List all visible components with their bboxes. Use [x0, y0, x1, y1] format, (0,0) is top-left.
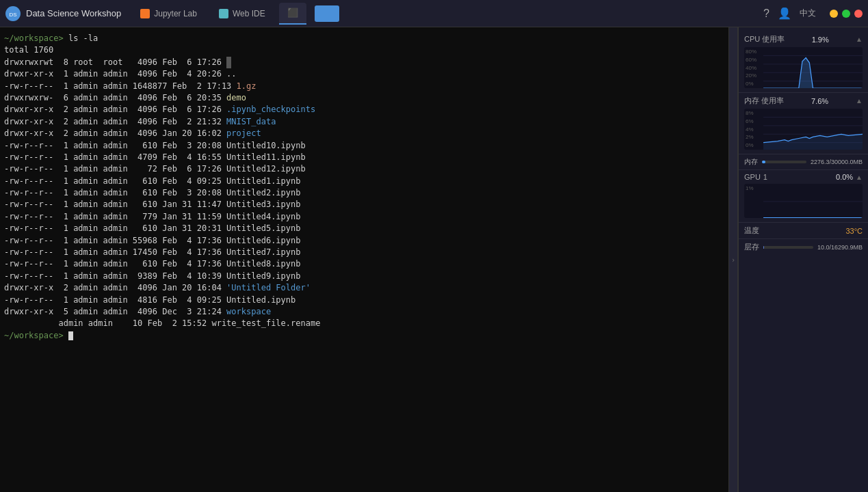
mem-label-0: 0%: [746, 142, 762, 148]
term-line: -rw-r--r-- 1 admin admin 9389 Feb 4 10:3…: [4, 271, 724, 282]
memory-bar-container: [762, 161, 806, 163]
right-panel: CPU 使用率 1.9% ▲ 80% 60% 40% 20% 0%: [738, 27, 868, 492]
memory-chart: 8% 6% 4% 2% 0%: [744, 109, 863, 150]
term-line: drwxr-xr-x 2 admin admin 4096 Jan 20 16:…: [4, 128, 724, 139]
gpu-chart-svg: [763, 184, 863, 218]
temperature-row: 温度 33°C: [739, 223, 868, 239]
gpu-section: GPU 1 0.0% ▲ 1%: [739, 170, 868, 223]
terminal-icon: ⬛: [287, 8, 298, 18]
disk-value: 10.0/16290.9MB: [817, 244, 863, 251]
maximize-button[interactable]: [842, 10, 850, 18]
svg-text:DS: DS: [9, 12, 16, 18]
cpu-title: CPU 使用率: [744, 34, 785, 44]
jupyter-icon: [140, 9, 150, 18]
temperature-value: 33°C: [845, 227, 863, 235]
mem-label-4: 4%: [746, 126, 762, 133]
tab-jupyter-label: Jupyter Lab: [154, 9, 197, 18]
cpu-label-80: 80%: [746, 49, 762, 55]
term-line: -rw-r--r-- 1 admin admin 4816 Feb 4 09:2…: [4, 295, 724, 306]
svg-marker-6: [763, 58, 863, 88]
cpu-label-60: 60%: [746, 57, 762, 63]
memory-title: 内存 使用率: [744, 96, 784, 106]
tab-webide[interactable]: Web IDE: [211, 3, 274, 25]
gpu-chart-labels: 1%: [744, 184, 763, 218]
minimize-button[interactable]: [830, 10, 838, 18]
term-line: drwxr-xr-x 5 admin admin 4096 Dec 3 21:2…: [4, 306, 724, 318]
mem-label-2: 2%: [746, 134, 762, 140]
term-line: drwxr-xr-x 2 admin admin 4096 Jan 20 16:…: [4, 282, 724, 294]
term-line: total 1760: [4, 44, 724, 56]
term-line: -rw-r--r-- 1 admin admin 610 Feb 3 20:08…: [4, 187, 724, 199]
gpu-chart: 1%: [744, 184, 863, 218]
memory-label: 内存: [744, 157, 758, 167]
term-line: drwxr-xr-x 1 admin admin 4096 Feb 4 20:2…: [4, 68, 724, 80]
term-line: admin admin 10 Feb 2 15:52 write_test_fi…: [4, 318, 724, 329]
main-layout: ~/workspace> ls -la total 1760 drwxrwxrw…: [0, 27, 868, 492]
term-line: drwxrwxrw- 6 admin admin 4096 Feb 6 20:3…: [4, 92, 724, 104]
cpu-chart-svg: [763, 47, 863, 88]
terminal-panel[interactable]: ~/workspace> ls -la total 1760 drwxrwxrw…: [0, 27, 728, 492]
disk-label: 层存: [744, 242, 759, 252]
cpu-label-20: 20%: [746, 72, 762, 79]
term-line: -rw-r--r-- 1 admin admin 72 Feb 6 17:26 …: [4, 163, 724, 175]
cpu-section: CPU 使用率 1.9% ▲ 80% 60% 40% 20% 0%: [739, 31, 868, 93]
term-line: drwxr-xr-x 2 admin admin 4096 Feb 6 17:2…: [4, 104, 724, 115]
memory-bar: [762, 161, 765, 163]
term-line: -rw-r--r-- 1 admin admin 4709 Feb 4 16:5…: [4, 152, 724, 163]
collapse-panel-button[interactable]: ›: [728, 27, 738, 492]
gpu-label-1: 1%: [746, 185, 762, 191]
memory-section: 内存 使用率 7.6% ▲ 8% 6% 4% 2% 0%: [739, 93, 868, 154]
user-button[interactable]: 👤: [778, 7, 791, 20]
tab-jupyter[interactable]: Jupyter Lab: [132, 3, 205, 25]
gpu-title: GPU: [744, 173, 761, 181]
memory-bar-value: 2276.3/30000.0MB: [811, 159, 863, 165]
memory-value: 7.6%: [811, 97, 828, 105]
mem-label-6: 6%: [746, 118, 762, 124]
tab-webide-label: Web IDE: [233, 9, 265, 18]
memory-chart-labels: 8% 6% 4% 2% 0%: [744, 109, 763, 150]
term-prompt-line: ~/workspace>: [4, 330, 724, 342]
term-line: drwxrwxrwt 8 root root 4096 Feb 6 17:26: [4, 57, 724, 68]
gpu-index: 1: [763, 173, 767, 181]
cpu-label-40: 40%: [746, 65, 762, 71]
term-line: -rw-r--r-- 1 admin admin 610 Jan 31 20:3…: [4, 223, 724, 234]
term-line: drwxr-xr-x 2 admin admin 4096 Feb 2 21:3…: [4, 116, 724, 128]
tab-terminal[interactable]: ⬛: [279, 3, 306, 25]
memory-chart-svg: [763, 109, 863, 150]
mem-label-8: 8%: [746, 110, 762, 116]
cpu-header: CPU 使用率 1.9% ▲: [744, 34, 863, 44]
disk-row: 层存 10.0/16290.9MB: [739, 239, 868, 255]
term-line: -rw-r--r-- 1 admin admin 610 Feb 3 20:08…: [4, 140, 724, 152]
term-line: -rw-r--r-- 1 admin admin 610 Jan 31 11:4…: [4, 199, 724, 210]
term-line: -rw-r--r-- 1 admin admin 17450 Feb 4 17:…: [4, 247, 724, 258]
term-line: -rw-r--r-- 1 admin admin 1648877 Feb 2 1…: [4, 81, 724, 92]
language-button[interactable]: 中文: [800, 8, 816, 19]
window-controls: [830, 10, 863, 18]
collapse-icon: ›: [731, 256, 735, 264]
gpu-expand-button[interactable]: ▲: [856, 174, 863, 181]
memory-expand-button[interactable]: ▲: [856, 97, 863, 105]
active-tab-indicator: [315, 5, 339, 22]
app-icon: DS: [5, 6, 21, 21]
svg-marker-11: [763, 134, 863, 150]
term-line: -rw-r--r-- 1 admin admin 610 Feb 4 09:25…: [4, 176, 724, 187]
memory-header: 内存 使用率 7.6% ▲: [744, 96, 863, 106]
titlebar-right: ? 👤 中文: [763, 7, 863, 20]
gpu-value: 0.0%: [836, 173, 853, 181]
term-line: ~/workspace> ls -la: [4, 33, 724, 44]
cpu-chart: 80% 60% 40% 20% 0%: [744, 47, 863, 88]
term-line: -rw-r--r-- 1 admin admin 610 Feb 4 17:36…: [4, 258, 724, 270]
term-line: -rw-r--r-- 1 admin admin 779 Jan 31 11:5…: [4, 211, 724, 223]
gpu-header: GPU 1 0.0% ▲: [744, 173, 863, 181]
memory-bar-row: 内存 2276.3/30000.0MB: [739, 154, 868, 170]
term-line: -rw-r--r-- 1 admin admin 55968 Feb 4 17:…: [4, 235, 724, 247]
app-title: Data Science Workshop: [26, 8, 121, 18]
temperature-label: 温度: [744, 226, 759, 236]
cpu-value: 1.9%: [812, 36, 829, 44]
cpu-chart-labels: 80% 60% 40% 20% 0%: [744, 47, 763, 88]
webide-icon: [219, 9, 228, 18]
cpu-label-0: 0%: [746, 81, 762, 87]
help-button[interactable]: ?: [763, 8, 770, 20]
close-button[interactable]: [854, 10, 863, 18]
cpu-expand-button[interactable]: ▲: [856, 36, 863, 43]
